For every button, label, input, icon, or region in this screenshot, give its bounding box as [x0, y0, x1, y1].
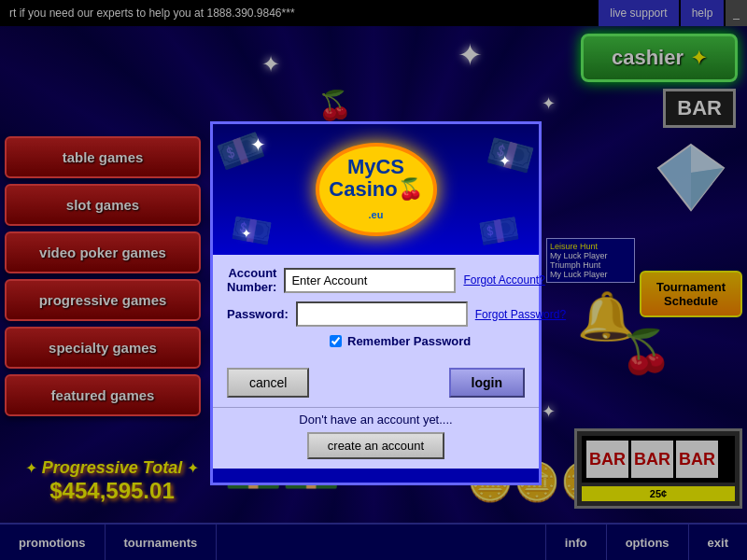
- create-account-button[interactable]: create an account: [307, 432, 444, 459]
- money-bg-bottom-left: 💵: [229, 208, 275, 253]
- no-account-text: Don't have an account yet....: [227, 413, 525, 427]
- remember-label: Remember Password: [347, 334, 471, 348]
- account-number-label: Account Number:: [227, 266, 284, 294]
- forgot-account-link[interactable]: Forgot Account?: [456, 273, 544, 287]
- forgot-password-link[interactable]: Forgot Password?: [468, 308, 566, 321]
- password-row: Password: Forgot Password?: [227, 301, 525, 327]
- login-button[interactable]: login: [449, 368, 525, 398]
- logo-line1: MyCS: [347, 155, 404, 178]
- password-label: Password:: [227, 307, 296, 321]
- logo-eu: .eu: [369, 209, 384, 220]
- logo-line2: Casino: [329, 177, 397, 201]
- remember-checkbox[interactable]: [330, 335, 342, 347]
- login-form: Account Number: Forgot Account? Password…: [213, 255, 539, 363]
- header-sparkle-3: ✦: [241, 226, 252, 241]
- casino-logo: MyCS Casino🍒 .eu: [316, 143, 437, 236]
- modal-header: 💵 💵 💵 💵 MyCS Casino🍒 .eu ✦ ✦ ✦: [213, 124, 539, 255]
- header-sparkle-1: ✦: [250, 133, 266, 156]
- header-sparkle-2: ✦: [499, 152, 511, 170]
- modal-buttons: cancel login: [213, 363, 539, 407]
- remember-row: Remember Password: [227, 334, 525, 348]
- account-number-row: Account Number: Forgot Account?: [227, 266, 525, 294]
- no-account-section: Don't have an account yet.... create an …: [213, 407, 539, 469]
- money-bg-bottom-right: 💵: [476, 208, 523, 253]
- cancel-button[interactable]: cancel: [227, 368, 309, 398]
- password-input[interactable]: [296, 301, 468, 327]
- login-modal: 💵 💵 💵 💵 MyCS Casino🍒 .eu ✦ ✦ ✦ Account N…: [210, 121, 542, 485]
- money-bg-right: 💵: [483, 128, 539, 182]
- account-number-input[interactable]: [284, 268, 456, 293]
